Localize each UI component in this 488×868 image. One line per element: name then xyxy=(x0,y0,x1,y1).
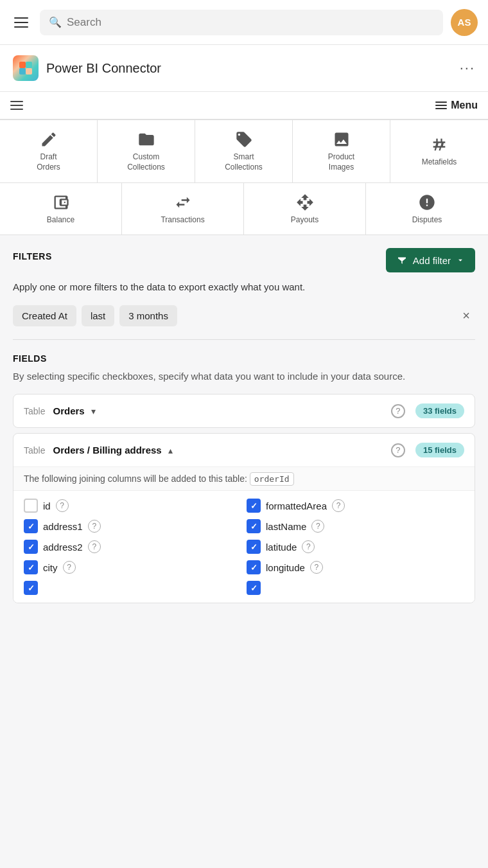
disputes-label: Disputes xyxy=(412,215,442,224)
chevron-down-icon xyxy=(456,256,465,265)
hash-icon xyxy=(430,136,448,154)
collection-icon xyxy=(137,130,155,148)
filter-tags-row: Created At last 3 months × xyxy=(13,305,475,326)
filters-description: Apply one or more filters to the data to… xyxy=(13,280,475,295)
field-item-city: city ? xyxy=(24,560,241,574)
avatar[interactable]: AS xyxy=(451,9,478,36)
svg-rect-2 xyxy=(19,68,26,75)
fields-section: FIELDS By selecting specific checkboxes,… xyxy=(13,353,475,604)
field-item-address2: address2 ? xyxy=(24,540,241,554)
nav-menu-button[interactable]: Menu xyxy=(435,100,478,111)
field-name-latitude: latitude xyxy=(266,542,297,553)
field-checkbox-more-right[interactable] xyxy=(247,581,261,595)
field-item-latitude: latitude ? xyxy=(247,540,464,554)
field-checkbox-more-left[interactable] xyxy=(24,581,38,595)
custom-collections-label: CustomCollections xyxy=(127,152,165,172)
fields-description: By selecting specific checkboxes, specif… xyxy=(13,369,475,384)
filters-section-title: FILTERS xyxy=(13,251,52,261)
joining-column-code: orderId xyxy=(250,472,294,486)
field-checkbox-latitude[interactable] xyxy=(247,540,261,554)
field-item-longitude: longitude ? xyxy=(247,560,464,574)
filter-tag-last[interactable]: last xyxy=(82,305,114,326)
app-title: Power BI Connector xyxy=(46,61,161,76)
sidebar-item-disputes[interactable]: Disputes xyxy=(366,183,488,235)
field-checkbox-formattedArea[interactable] xyxy=(247,499,261,513)
billing-help-icon[interactable]: ? xyxy=(391,443,405,457)
smart-collections-label: SmartCollections xyxy=(225,152,263,172)
edit-icon xyxy=(40,130,58,148)
app-header-left: Power BI Connector xyxy=(13,55,161,81)
field-help-lastName[interactable]: ? xyxy=(311,520,324,533)
field-help-formattedArea[interactable]: ? xyxy=(332,499,345,512)
top-bar: 🔍 AS xyxy=(0,0,488,45)
warning-icon xyxy=(418,193,436,211)
filter-tag-3-months[interactable]: 3 months xyxy=(119,305,177,326)
add-filter-button[interactable]: Add filter xyxy=(386,248,475,272)
add-filter-label: Add filter xyxy=(413,255,451,266)
field-item-more-right xyxy=(247,581,464,595)
orders-fields-badge: 33 fields xyxy=(415,403,464,418)
sidebar-item-payouts[interactable]: Payouts xyxy=(244,183,366,235)
field-name-city: city xyxy=(43,562,58,573)
table-prefix-billing: Table xyxy=(24,445,45,456)
sidebar-item-smart-collections[interactable]: SmartCollections xyxy=(195,120,293,182)
table-name-billing: Orders / Billing address xyxy=(53,445,161,456)
balance-label: Balance xyxy=(47,215,74,224)
billing-fields-badge: 15 fields xyxy=(415,443,464,457)
field-help-address2[interactable]: ? xyxy=(88,540,101,553)
nav-hamburger-icon[interactable] xyxy=(10,101,23,110)
field-item-lastName: lastName ? xyxy=(247,519,464,533)
field-checkbox-address2[interactable] xyxy=(24,540,38,554)
field-checkbox-longitude[interactable] xyxy=(247,560,261,574)
nav-top-bar: Menu xyxy=(0,92,488,120)
orders-help-icon[interactable]: ? xyxy=(391,404,405,418)
sidebar-item-draft-orders[interactable]: DraftOrders xyxy=(0,120,98,182)
filters-header: FILTERS Add filter xyxy=(13,248,475,272)
nav-grid-row2: Balance Transactions Payouts Disputes xyxy=(0,182,488,235)
field-help-city[interactable]: ? xyxy=(63,561,76,574)
sidebar-item-balance[interactable]: Balance xyxy=(0,183,122,235)
field-checkbox-id[interactable] xyxy=(24,499,38,513)
field-help-longitude[interactable]: ? xyxy=(310,561,323,574)
table-row-orders-billing: Table Orders / Billing address ▴ ? 15 fi… xyxy=(13,433,475,603)
sidebar-item-metafields[interactable]: Metafields xyxy=(390,120,488,182)
main-content: FILTERS Add filter Apply one or more fil… xyxy=(0,235,488,621)
field-help-address1[interactable]: ? xyxy=(88,520,101,533)
search-box[interactable]: 🔍 xyxy=(40,10,443,35)
more-options-icon[interactable]: ··· xyxy=(460,60,475,76)
sidebar-item-transactions[interactable]: Transactions xyxy=(122,183,244,235)
field-checkbox-city[interactable] xyxy=(24,560,38,574)
table-prefix-orders: Table xyxy=(24,406,45,416)
transactions-label: Transactions xyxy=(161,215,204,224)
search-icon: 🔍 xyxy=(49,16,62,28)
nav-menu-label-text: Menu xyxy=(451,100,478,111)
payouts-label: Payouts xyxy=(291,215,318,224)
field-checkbox-lastName[interactable] xyxy=(247,519,261,533)
field-item-id: id ? xyxy=(24,499,241,513)
table-name-orders: Orders xyxy=(53,405,84,416)
field-name-id: id xyxy=(43,500,51,511)
field-item-more-left xyxy=(24,581,241,595)
field-help-id[interactable]: ? xyxy=(56,499,69,512)
sidebar-item-product-images[interactable]: ProductImages xyxy=(293,120,390,182)
field-name-formattedArea: formattedArea xyxy=(266,500,327,511)
orders-toggle-icon[interactable]: ▾ xyxy=(91,406,96,416)
table-row-orders: Table Orders ▾ ? 33 fields xyxy=(13,394,475,428)
sidebar-item-custom-collections[interactable]: CustomCollections xyxy=(98,120,195,182)
joining-columns-note: The following joining columns will be ad… xyxy=(13,466,475,490)
fields-section-title: FIELDS xyxy=(13,353,47,364)
filter-tag-created-at[interactable]: Created At xyxy=(13,305,76,326)
search-input[interactable] xyxy=(67,16,434,29)
tag-icon xyxy=(235,130,253,148)
section-divider xyxy=(13,339,475,340)
payout-icon xyxy=(296,193,314,211)
hamburger-menu-icon[interactable] xyxy=(10,13,32,31)
field-help-latitude[interactable]: ? xyxy=(302,540,315,553)
filter-clear-button[interactable]: × xyxy=(457,306,475,326)
billing-toggle-icon[interactable]: ▴ xyxy=(168,445,173,456)
field-name-lastName: lastName xyxy=(266,521,306,532)
table-orders-header[interactable]: Table Orders ▾ ? 33 fields xyxy=(13,394,475,427)
field-checkbox-address1[interactable] xyxy=(24,519,38,533)
table-billing-header[interactable]: Table Orders / Billing address ▴ ? 15 fi… xyxy=(13,434,475,466)
field-item-address1: address1 ? xyxy=(24,519,241,533)
